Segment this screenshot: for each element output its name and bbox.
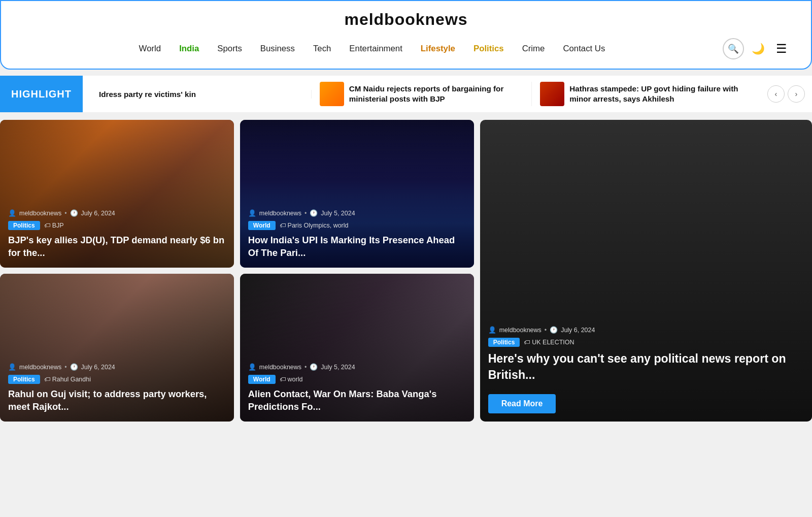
card5-date: July 5, 2024 (321, 364, 355, 371)
highlight-item-3[interactable]: Hathras stampede: UP govt hiding failure… (532, 82, 752, 106)
menu-button[interactable]: ☰ (772, 40, 791, 58)
news-card-4[interactable]: meldbooknews • July 6, 2024 Politics 🏷 R… (0, 274, 234, 422)
card2-clock-icon (310, 209, 318, 217)
nav-links: World India Sports Business Tech Enterta… (21, 44, 723, 54)
nav-bar: World India Sports Business Tech Enterta… (21, 38, 791, 59)
card1-author: meldbooknews (19, 210, 61, 217)
nav-world[interactable]: World (139, 44, 161, 54)
card4-tags: Politics 🏷 Rahul Gandhi (8, 375, 226, 384)
card2-author: meldbooknews (259, 210, 301, 217)
highlight-thumb-2 (320, 82, 344, 106)
dark-mode-button[interactable]: 🌙 (749, 40, 767, 58)
card4-author-icon (8, 363, 16, 371)
highlight-text-3: Hathras stampede: UP govt hiding failure… (569, 84, 744, 104)
card-large-clock-icon (550, 326, 558, 334)
card4-title: Rahul on Guj visit; to address party wor… (8, 388, 226, 413)
card4-author: meldbooknews (19, 364, 61, 371)
nav-contact[interactable]: Contact Us (563, 44, 605, 54)
card-large-author: meldbooknews (499, 327, 542, 334)
tag-icon: 🏷 (44, 222, 50, 229)
news-card-1[interactable]: meldbooknews • July 6, 2024 Politics 🏷 B… (0, 120, 234, 268)
card2-tags: World 🏷 Paris Olympics, world (248, 221, 466, 230)
tag2-icon: 🏷 (280, 222, 286, 229)
card4-date: July 6, 2024 (81, 364, 115, 371)
news-card-2[interactable]: meldbooknews • July 5, 2024 World 🏷 Pari… (240, 120, 474, 268)
card2-category: World (248, 221, 276, 230)
card5-clock-icon (310, 363, 318, 371)
news-card-5[interactable]: meldbooknews • July 5, 2024 World 🏷 worl… (240, 274, 474, 422)
news-card-large[interactable]: meldbooknews • July 6, 2024 Politics 🏷 U… (480, 120, 812, 422)
nav-tech[interactable]: Tech (313, 44, 331, 54)
card2-tag: 🏷 Paris Olympics, world (280, 222, 349, 229)
card1-title: BJP's key allies JD(U), TDP demand nearl… (8, 234, 226, 260)
card5-author: meldbooknews (259, 364, 301, 371)
card1-date: July 6, 2024 (81, 210, 115, 217)
nav-india[interactable]: India (179, 44, 199, 54)
card5-meta: meldbooknews • July 5, 2024 (248, 363, 466, 371)
card1-category: Politics (8, 221, 40, 230)
card5-title: Alien Contact, War On Mars: Baba Vanga's… (248, 388, 466, 413)
highlight-text-1: Idress party re victims' kin (99, 90, 196, 99)
highlight-text-2: CM Naidu rejects reports of bargaining f… (349, 84, 524, 104)
highlight-prev-button[interactable]: ‹ (767, 85, 785, 103)
card1-author-icon (8, 209, 16, 217)
card4-category: Politics (8, 375, 40, 384)
card1-content: meldbooknews • July 6, 2024 Politics 🏷 B… (0, 202, 234, 268)
card-large-tags: Politics 🏷 UK ELECTION (488, 338, 804, 347)
card-large-tag: 🏷 UK ELECTION (524, 339, 574, 346)
highlight-next-button[interactable]: › (788, 85, 805, 103)
nav-lifestyle[interactable]: Lifestyle (421, 44, 455, 54)
nav-sports[interactable]: Sports (217, 44, 242, 54)
card1-tag: 🏷 BJP (44, 222, 64, 229)
card2-author-icon (248, 209, 256, 217)
card-large-title: Here's why you can't see any political n… (488, 351, 804, 383)
card2-content: meldbooknews • July 5, 2024 World 🏷 Pari… (240, 202, 474, 268)
card5-category: World (248, 375, 276, 384)
nav-controls: 🔍 🌙 ☰ (723, 38, 791, 59)
card-large-meta: meldbooknews • July 6, 2024 (488, 326, 804, 334)
card1-meta: meldbooknews • July 6, 2024 (8, 209, 226, 217)
card-large-date: July 6, 2024 (561, 327, 595, 334)
card5-content: meldbooknews • July 5, 2024 World 🏷 worl… (240, 356, 474, 422)
highlight-label: HIGHLIGHT (0, 76, 83, 112)
card4-clock-icon (70, 363, 78, 371)
card2-date: July 5, 2024 (321, 210, 355, 217)
highlight-items: Idress party re victims' kin CM Naidu re… (83, 82, 760, 106)
nav-crime[interactable]: Crime (522, 44, 545, 54)
card5-author-icon (248, 363, 256, 371)
card2-title: How India's UPI Is Marking Its Presence … (248, 234, 466, 260)
tag-large-icon: 🏷 (524, 339, 530, 346)
card-large-author-icon (488, 326, 496, 334)
highlight-item-2[interactable]: CM Naidu rejects reports of bargaining f… (312, 82, 532, 106)
highlight-nav: ‹ › (760, 85, 812, 103)
nav-politics[interactable]: Politics (473, 44, 504, 54)
card4-content: meldbooknews • July 6, 2024 Politics 🏷 R… (0, 356, 234, 422)
tag4-icon: 🏷 (44, 376, 50, 383)
highlight-bar: HIGHLIGHT Idress party re victims' kin C… (0, 76, 812, 113)
highlight-item-1[interactable]: Idress party re victims' kin (91, 90, 312, 99)
card4-tag: 🏷 Rahul Gandhi (44, 376, 91, 383)
card5-tags: World 🏷 world (248, 375, 466, 384)
tag5-icon: 🏷 (280, 376, 286, 383)
card2-meta: meldbooknews • July 5, 2024 (248, 209, 466, 217)
card1-tags: Politics 🏷 BJP (8, 221, 226, 230)
site-title: meldbooknews (21, 10, 791, 29)
header: meldbooknews World India Sports Business… (0, 0, 812, 70)
main-grid: meldbooknews • July 6, 2024 Politics 🏷 B… (0, 120, 812, 428)
highlight-thumb-3 (540, 82, 564, 106)
card-large-category: Politics (488, 338, 520, 347)
search-button[interactable]: 🔍 (723, 38, 744, 59)
card1-clock-icon (70, 209, 78, 217)
card5-tag: 🏷 world (280, 376, 303, 383)
nav-business[interactable]: Business (260, 44, 295, 54)
card4-meta: meldbooknews • July 6, 2024 (8, 363, 226, 371)
read-more-button[interactable]: Read More (488, 394, 556, 413)
nav-entertainment[interactable]: Entertainment (349, 44, 402, 54)
card-large-content: meldbooknews • July 6, 2024 Politics 🏷 U… (480, 319, 812, 422)
